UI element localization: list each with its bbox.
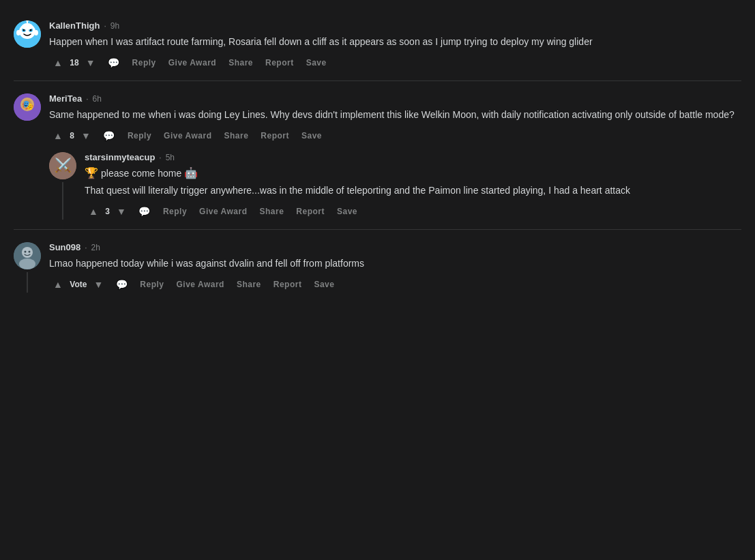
vote-group: ▲ Vote ▼ xyxy=(49,276,108,293)
comment-icon-button[interactable]: 💬 xyxy=(112,276,132,293)
comment-actions: ▲ 18 ▼ 💬 Reply Give Award Share Report S… xyxy=(49,55,741,71)
downvote-button[interactable]: ▼ xyxy=(89,276,107,293)
reply-button[interactable]: Reply xyxy=(123,128,156,143)
emote-label: please come home xyxy=(101,168,181,179)
svg-text:🎭: 🎭 xyxy=(22,100,34,111)
upvote-button[interactable]: ▲ xyxy=(49,55,67,71)
save-button[interactable]: Save xyxy=(310,277,338,292)
username: starsinmyteacup xyxy=(85,152,155,162)
give-award-button[interactable]: Give Award xyxy=(160,128,216,143)
svg-point-10 xyxy=(34,30,38,35)
comment-meta: MeriTea · 6h xyxy=(49,93,741,104)
report-button[interactable]: Report xyxy=(261,55,298,70)
downvote-icon: ▼ xyxy=(117,206,126,217)
save-button[interactable]: Save xyxy=(302,55,331,70)
upvote-icon: ▲ xyxy=(53,279,63,290)
upvote-button[interactable]: ▲ xyxy=(85,203,102,220)
emote-robot: 🤖 xyxy=(184,166,198,179)
username: Sun098 xyxy=(49,242,80,252)
svg-point-9 xyxy=(16,30,20,35)
upvote-button[interactable]: ▲ xyxy=(49,128,67,144)
give-award-button[interactable]: Give Award xyxy=(164,55,220,70)
svg-point-18 xyxy=(22,247,33,258)
downvote-icon: ▼ xyxy=(81,130,91,141)
comment-text: Happen when I was artifact route farming… xyxy=(49,35,741,49)
comment-body: starsinmyteacup · 5h 🏆 please come home … xyxy=(85,152,741,220)
comment-item: KallenThigh · 9h Happen when I was artif… xyxy=(14,14,741,75)
comment-meta: Sun098 · 2h xyxy=(49,242,741,252)
save-button[interactable]: Save xyxy=(297,128,326,143)
timestamp: 2h xyxy=(91,243,100,252)
svg-point-6 xyxy=(22,23,33,30)
comment-thread: KallenThigh · 9h Happen when I was artif… xyxy=(14,14,741,297)
vote-count: Vote xyxy=(70,280,87,289)
timestamp: 5h xyxy=(166,153,175,162)
comment-icon: 💬 xyxy=(108,57,120,68)
downvote-icon: ▼ xyxy=(86,57,95,68)
username: MeriTea xyxy=(49,93,82,104)
downvote-button[interactable]: ▼ xyxy=(113,203,130,220)
reply-button[interactable]: Reply xyxy=(136,277,168,292)
save-button[interactable]: Save xyxy=(333,204,361,219)
comment-icon: 💬 xyxy=(103,130,115,141)
emote-line: 🏆 please come home 🤖 xyxy=(85,166,741,179)
reply-button[interactable]: Reply xyxy=(159,204,191,219)
share-button[interactable]: Share xyxy=(233,277,265,292)
svg-point-21 xyxy=(29,251,31,253)
downvote-button[interactable]: ▼ xyxy=(77,128,95,144)
comment-item-nested: ⚔️ starsinmyteacup · 5h 🏆 please come ho… xyxy=(14,148,741,224)
avatar xyxy=(14,242,41,269)
svg-point-20 xyxy=(25,251,27,253)
comment-text: That quest will literally trigger anywhe… xyxy=(85,183,741,198)
emote-trophy: 🏆 xyxy=(85,166,98,179)
upvote-icon: ▲ xyxy=(89,206,98,217)
comment-inner: MeriTea · 6h Same happened to me when i … xyxy=(49,93,741,144)
report-button[interactable]: Report xyxy=(269,277,306,292)
comment-text: Lmao happened today while i was against … xyxy=(49,256,741,271)
comment-meta: KallenThigh · 9h xyxy=(49,20,741,31)
downvote-button[interactable]: ▼ xyxy=(82,55,100,71)
avatar: 🎭 xyxy=(14,93,41,121)
give-award-button[interactable]: Give Award xyxy=(173,277,228,292)
upvote-icon: ▲ xyxy=(53,57,63,68)
comment-icon: 💬 xyxy=(116,279,128,290)
vote-group: ▲ 18 ▼ xyxy=(49,55,100,71)
thread-line xyxy=(27,272,28,293)
comment-icon-button[interactable]: 💬 xyxy=(134,203,155,220)
comment-actions: ▲ 3 ▼ 💬 Reply Give Award Share Report Sa… xyxy=(85,203,741,220)
comment-item: 🎭 MeriTea · 6h Same happened to me when … xyxy=(14,87,741,148)
avatar xyxy=(14,20,41,48)
vote-group: ▲ 8 ▼ xyxy=(49,128,95,144)
vote-group: ▲ 3 ▼ xyxy=(85,203,130,220)
timestamp: 6h xyxy=(93,94,102,104)
comment-icon-button[interactable]: 💬 xyxy=(99,128,119,144)
svg-text:⚔️: ⚔️ xyxy=(55,157,72,173)
share-button[interactable]: Share xyxy=(224,55,257,70)
share-button[interactable]: Share xyxy=(255,204,288,219)
comment-body: KallenThigh · 9h Happen when I was artif… xyxy=(49,20,741,71)
comment-icon: 💬 xyxy=(138,206,151,217)
svg-point-19 xyxy=(19,259,35,269)
report-button[interactable]: Report xyxy=(292,204,329,219)
give-award-button[interactable]: Give Award xyxy=(195,204,251,219)
vote-count: 18 xyxy=(70,58,78,68)
upvote-icon: ▲ xyxy=(53,130,63,141)
report-button[interactable]: Report xyxy=(256,128,293,143)
reply-button[interactable]: Reply xyxy=(128,55,160,70)
comment-text: Same happened to me when i was doing Ley… xyxy=(49,108,741,122)
comment-body: MeriTea · 6h Same happened to me when i … xyxy=(49,93,741,144)
username: KallenThigh xyxy=(49,20,100,31)
comment-icon-button[interactable]: 💬 xyxy=(104,55,124,71)
share-button[interactable]: Share xyxy=(220,128,252,143)
thread-line xyxy=(62,182,63,220)
thread-container: MeriTea · 6h Same happened to me when i … xyxy=(49,93,741,144)
comment-body: Sun098 · 2h Lmao happened today while i … xyxy=(49,242,741,293)
vote-count: 3 xyxy=(105,207,110,216)
downvote-icon: ▼ xyxy=(93,279,103,290)
comment-item: Sun098 · 2h Lmao happened today while i … xyxy=(14,235,741,297)
upvote-button[interactable]: ▲ xyxy=(49,276,67,293)
separator xyxy=(14,229,741,230)
avatar: ⚔️ xyxy=(49,152,76,179)
separator xyxy=(14,80,741,81)
timestamp: 9h xyxy=(110,21,119,31)
